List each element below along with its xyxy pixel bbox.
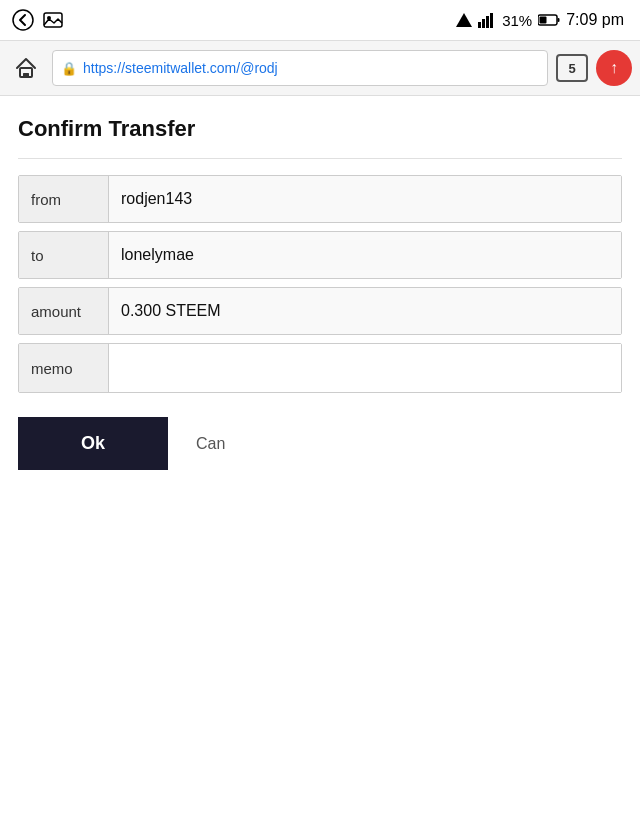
page-title: Confirm Transfer bbox=[18, 116, 622, 142]
amount-row: amount 0.300 STEEM bbox=[18, 287, 622, 335]
memo-label: memo bbox=[19, 344, 109, 392]
divider bbox=[18, 158, 622, 159]
cancel-button[interactable]: Can bbox=[188, 419, 233, 469]
memo-value bbox=[109, 344, 621, 392]
svg-rect-3 bbox=[478, 22, 481, 28]
to-label: to bbox=[19, 232, 109, 278]
status-time: 7:09 pm bbox=[566, 11, 624, 29]
svg-rect-9 bbox=[540, 17, 547, 24]
status-bar: 31% 7:09 pm bbox=[0, 0, 640, 40]
wifi-icon bbox=[456, 13, 472, 27]
home-icon bbox=[15, 57, 37, 79]
refresh-button[interactable]: ↑ bbox=[596, 50, 632, 86]
battery-icon bbox=[538, 14, 560, 26]
from-label: from bbox=[19, 176, 109, 222]
refresh-icon: ↑ bbox=[610, 59, 618, 77]
tabs-count: 5 bbox=[568, 61, 575, 76]
memo-row: memo bbox=[18, 343, 622, 393]
to-row: to lonelymae bbox=[18, 231, 622, 279]
image-icon bbox=[42, 9, 64, 31]
tabs-button[interactable]: 5 bbox=[556, 54, 588, 82]
amount-label: amount bbox=[19, 288, 109, 334]
ok-button[interactable]: Ok bbox=[18, 417, 168, 470]
from-row: from rodjen143 bbox=[18, 175, 622, 223]
svg-rect-5 bbox=[486, 16, 489, 28]
back-icon bbox=[12, 9, 34, 31]
button-row: Ok Can bbox=[18, 417, 622, 470]
svg-rect-4 bbox=[482, 19, 485, 28]
to-value: lonelymae bbox=[109, 232, 621, 278]
from-value: rodjen143 bbox=[109, 176, 621, 222]
svg-point-0 bbox=[13, 10, 33, 30]
main-content: Confirm Transfer from rodjen143 to lonel… bbox=[0, 96, 640, 490]
svg-rect-6 bbox=[490, 13, 493, 28]
amount-value: 0.300 STEEM bbox=[109, 288, 621, 334]
home-button[interactable] bbox=[8, 50, 44, 86]
battery-percentage: 31% bbox=[502, 12, 532, 29]
status-bar-right: 31% 7:09 pm bbox=[456, 11, 624, 29]
status-bar-left bbox=[12, 9, 64, 31]
lock-icon: 🔒 bbox=[61, 61, 77, 76]
nav-bar: 🔒 https://steemitwallet.com/@rodj 5 ↑ bbox=[0, 40, 640, 96]
url-bar[interactable]: 🔒 https://steemitwallet.com/@rodj bbox=[52, 50, 548, 86]
svg-rect-8 bbox=[558, 18, 560, 22]
url-text: https://steemitwallet.com/@rodj bbox=[83, 60, 278, 76]
svg-rect-11 bbox=[23, 73, 29, 77]
signal-icon bbox=[478, 12, 496, 28]
